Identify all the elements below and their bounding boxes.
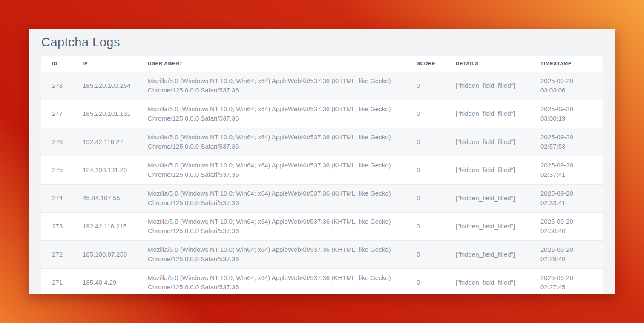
cell-ip: 185.40.4.29 xyxy=(83,268,148,294)
cell-details: ["hidden_field_filled"] xyxy=(456,128,540,156)
cell-details: ["hidden_field_filled"] xyxy=(456,72,540,100)
table-row: 277185.220.101.131Mozilla/5.0 (Windows N… xyxy=(41,100,604,128)
cell-user_agent: Mozilla/5.0 (Windows NT 10.0; Win64; x64… xyxy=(148,128,417,156)
cell-user_agent: Mozilla/5.0 (Windows NT 10.0; Win64; x64… xyxy=(148,100,417,128)
cell-id: 276 xyxy=(41,128,83,156)
table-header-row: IDIPUSER AGENTSCOREDETAILSTIMESTAMP xyxy=(41,56,604,72)
cell-ip: 45.84.107.55 xyxy=(83,184,148,212)
cell-id: 272 xyxy=(41,240,83,268)
cell-details: ["hidden_field_filled"] xyxy=(456,156,540,184)
cell-score: 0 xyxy=(417,100,456,128)
captcha-logs-card: Captcha Logs IDIPUSER AGENTSCOREDETAILST… xyxy=(29,29,615,294)
log-table-body: 278185.220.100.254Mozilla/5.0 (Windows N… xyxy=(41,72,604,294)
page-title: Captcha Logs xyxy=(41,36,603,49)
cell-user_agent: Mozilla/5.0 (Windows NT 10.0; Win64; x64… xyxy=(148,240,417,268)
cell-user_agent: Mozilla/5.0 (Windows NT 10.0; Win64; x64… xyxy=(148,212,417,240)
cell-id: 271 xyxy=(41,268,83,294)
cell-user_agent: Mozilla/5.0 (Windows NT 10.0; Win64; x64… xyxy=(148,268,417,294)
cell-details: ["hidden_field_filled"] xyxy=(456,268,540,294)
cell-ip: 192.42.116.27 xyxy=(83,128,148,156)
cell-id: 278 xyxy=(41,72,83,100)
cell-details: ["hidden_field_filled"] xyxy=(456,212,540,240)
table-row: 271185.40.4.29Mozilla/5.0 (Windows NT 10… xyxy=(41,268,604,294)
table-row: 278185.220.100.254Mozilla/5.0 (Windows N… xyxy=(41,72,604,100)
cell-user_agent: Mozilla/5.0 (Windows NT 10.0; Win64; x64… xyxy=(148,184,417,212)
column-header-timestamp: TIMESTAMP xyxy=(540,56,604,72)
column-header-user_agent: USER AGENT xyxy=(148,56,417,72)
cell-score: 0 xyxy=(417,240,456,268)
cell-timestamp: 2025-09-20 02:57:53 xyxy=(540,128,604,156)
cell-details: ["hidden_field_filled"] xyxy=(456,100,540,128)
table-row: 27445.84.107.55Mozilla/5.0 (Windows NT 1… xyxy=(41,184,604,212)
cell-user_agent: Mozilla/5.0 (Windows NT 10.0; Win64; x64… xyxy=(148,156,417,184)
cell-id: 274 xyxy=(41,184,83,212)
cell-score: 0 xyxy=(417,156,456,184)
cell-score: 0 xyxy=(417,72,456,100)
column-header-ip: IP xyxy=(83,56,148,72)
cell-timestamp: 2025-09-20 03:00:19 xyxy=(540,100,604,128)
cell-id: 277 xyxy=(41,100,83,128)
table-row: 276192.42.116.27Mozilla/5.0 (Windows NT … xyxy=(41,128,604,156)
cell-score: 0 xyxy=(417,184,456,212)
cell-ip: 185.220.101.131 xyxy=(83,100,148,128)
cell-ip: 192.42.116.215 xyxy=(83,212,148,240)
column-header-id: ID xyxy=(41,56,83,72)
cell-timestamp: 2025-09-20 02:33:41 xyxy=(540,184,604,212)
column-header-details: DETAILS xyxy=(456,56,540,72)
cell-id: 275 xyxy=(41,156,83,184)
cell-ip: 124.198.131.29 xyxy=(83,156,148,184)
table-row: 275124.198.131.29Mozilla/5.0 (Windows NT… xyxy=(41,156,604,184)
cell-timestamp: 2025-09-20 03:03:06 xyxy=(540,72,604,100)
column-header-score: SCORE xyxy=(417,56,456,72)
log-table-container: IDIPUSER AGENTSCOREDETAILSTIMESTAMP 2781… xyxy=(41,56,603,294)
cell-timestamp: 2025-09-20 02:29:40 xyxy=(540,240,604,268)
cell-ip: 185.100.87.250 xyxy=(83,240,148,268)
cell-user_agent: Mozilla/5.0 (Windows NT 10.0; Win64; x64… xyxy=(148,72,417,100)
cell-timestamp: 2025-09-20 02:30:40 xyxy=(540,212,604,240)
cell-score: 0 xyxy=(417,268,456,294)
cell-details: ["hidden_field_filled"] xyxy=(456,184,540,212)
table-row: 272185.100.87.250Mozilla/5.0 (Windows NT… xyxy=(41,240,604,268)
cell-ip: 185.220.100.254 xyxy=(83,72,148,100)
cell-timestamp: 2025-09-20 02:37:41 xyxy=(540,156,604,184)
cell-score: 0 xyxy=(417,128,456,156)
cell-score: 0 xyxy=(417,212,456,240)
captcha-log-table: IDIPUSER AGENTSCOREDETAILSTIMESTAMP 2781… xyxy=(41,56,604,294)
table-row: 273192.42.116.215Mozilla/5.0 (Windows NT… xyxy=(41,212,604,240)
cell-timestamp: 2025-09-20 02:27:45 xyxy=(540,268,604,294)
cell-details: ["hidden_field_filled"] xyxy=(456,240,540,268)
cell-id: 273 xyxy=(41,212,83,240)
